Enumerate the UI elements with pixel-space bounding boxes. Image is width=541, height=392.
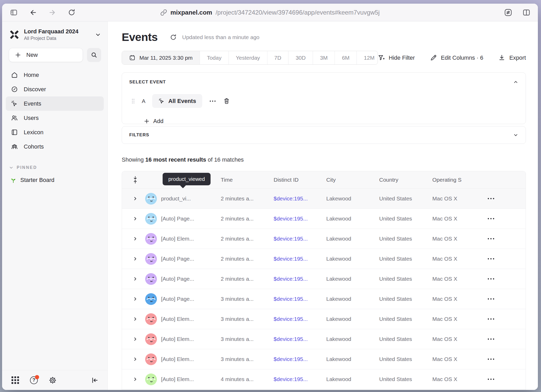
col-city[interactable]: City — [326, 177, 379, 183]
row-expander[interactable] — [122, 377, 141, 382]
all-events-pill[interactable]: All Events — [152, 94, 202, 108]
page-settings-icon[interactable] — [502, 7, 514, 18]
event-time: 2 minutes a... — [221, 276, 274, 282]
distinct-id-link[interactable]: $device:195... — [274, 236, 326, 242]
range-today[interactable]: Today — [200, 51, 229, 64]
row-more-icon[interactable] — [487, 217, 495, 220]
event-time: 3 minutes a... — [221, 316, 274, 322]
back-icon[interactable] — [27, 7, 39, 18]
settings-gear-icon[interactable] — [49, 376, 57, 384]
row-expander[interactable] — [122, 296, 141, 302]
event-name[interactable]: [Auto] Elem... — [161, 336, 221, 342]
row-more-icon[interactable] — [487, 358, 495, 360]
col-time[interactable]: Time — [221, 177, 274, 183]
drag-handle-icon[interactable] — [131, 98, 135, 104]
sidebar-item-starter-board[interactable]: Starter Board — [10, 177, 101, 183]
new-button[interactable]: New — [9, 48, 83, 62]
chevron-right-icon — [133, 256, 138, 261]
row-expander[interactable] — [122, 256, 141, 261]
page-title: Events — [122, 31, 158, 44]
sidebar-item-discover[interactable]: Discover — [6, 82, 104, 96]
trash-icon[interactable] — [223, 97, 230, 105]
row-expander[interactable] — [122, 276, 141, 281]
event-name[interactable]: [Auto] Elem... — [161, 376, 221, 382]
distinct-id-link[interactable]: $device:195... — [274, 276, 326, 282]
row-more-icon[interactable] — [487, 278, 495, 280]
event-name[interactable]: product_vi... — [161, 195, 221, 202]
sidebar-toggle-icon[interactable] — [8, 7, 20, 18]
row-avatar — [145, 213, 157, 225]
search-button[interactable] — [87, 48, 101, 62]
event-name[interactable]: [Auto] Elem... — [161, 356, 221, 362]
mixpanel-logo — [9, 29, 20, 40]
expand-panel-icon[interactable] — [513, 132, 518, 138]
forward-icon[interactable] — [47, 7, 58, 18]
event-time: 2 minutes a... — [221, 195, 274, 202]
row-expander[interactable] — [122, 196, 141, 201]
split-view-icon[interactable] — [521, 7, 532, 18]
col-distinct-id[interactable]: Distinct ID — [274, 177, 326, 183]
row-more-icon[interactable] — [487, 318, 495, 320]
add-event-button[interactable]: Add — [144, 118, 518, 125]
url-bar[interactable]: mixpanel.com/project/3472420/view/397469… — [160, 9, 380, 16]
distinct-id-link[interactable]: $device:195... — [274, 336, 326, 342]
row-expander[interactable] — [122, 216, 141, 221]
distinct-id-link[interactable]: $device:195... — [274, 376, 326, 382]
col-country[interactable]: Country — [379, 177, 432, 183]
event-time: 2 minutes a... — [221, 216, 274, 222]
range-6m[interactable]: 6M — [335, 51, 356, 64]
sidebar-item-home[interactable]: Home — [6, 68, 104, 82]
distinct-id-link[interactable]: $device:195... — [274, 216, 326, 222]
row-more-icon[interactable] — [487, 197, 495, 200]
event-name[interactable]: [Auto] Page... — [161, 216, 221, 222]
col-os[interactable]: Operating S — [432, 177, 491, 183]
event-name[interactable]: [Auto] Page... — [161, 256, 221, 262]
row-expander[interactable] — [122, 316, 141, 322]
row-expander[interactable] — [122, 357, 141, 362]
event-name[interactable]: [Auto] Elem... — [161, 316, 221, 322]
sidebar-item-lexicon[interactable]: Lexicon — [6, 125, 104, 139]
row-avatar — [145, 193, 157, 205]
help-icon[interactable]: ? — [30, 376, 38, 384]
row-more-icon[interactable] — [487, 298, 495, 300]
results-summary: Showing 16 most recent results of 16 mat… — [122, 156, 538, 163]
distinct-id-link[interactable]: $device:195... — [274, 256, 326, 262]
range-30d[interactable]: 30D — [288, 51, 313, 64]
edit-columns-button[interactable]: Edit Columns · 6 — [430, 54, 483, 61]
table-row: [Auto] Elem... 3 minutes a... $device:19… — [122, 329, 526, 349]
more-options-icon[interactable] — [209, 100, 216, 102]
row-more-icon[interactable] — [487, 338, 495, 340]
sort-icon[interactable] — [122, 176, 141, 184]
event-name[interactable]: [Auto] Elem... — [161, 236, 221, 242]
collapse-panel-icon[interactable] — [513, 79, 518, 85]
event-name[interactable]: [Auto] Page... — [161, 296, 221, 302]
apps-grid-icon[interactable] — [11, 376, 19, 384]
collapse-sidebar-icon[interactable] — [91, 376, 99, 384]
refresh-icon[interactable] — [170, 34, 177, 41]
date-picker[interactable]: Mar 11, 2025 3:30 pm — [122, 51, 200, 64]
row-more-icon[interactable] — [487, 378, 495, 381]
event-name[interactable]: [Auto] Page... — [161, 276, 221, 282]
row-expander[interactable] — [122, 336, 141, 342]
sidebar-item-label: Discover — [24, 86, 46, 93]
hide-filter-button[interactable]: Hide Filter — [378, 54, 415, 61]
distinct-id-link[interactable]: $device:195... — [274, 316, 326, 322]
distinct-id-link[interactable]: $device:195... — [274, 356, 326, 362]
row-more-icon[interactable] — [487, 237, 495, 240]
pinned-section-header[interactable]: PINNED — [9, 165, 101, 170]
reload-icon[interactable] — [66, 7, 77, 18]
range-yesterday[interactable]: Yesterday — [229, 51, 267, 64]
export-button[interactable]: Export — [498, 54, 526, 61]
sidebar-item-users[interactable]: Users — [6, 111, 104, 125]
sidebar-item-cohorts[interactable]: Cohorts — [6, 139, 104, 154]
range-7d[interactable]: 7D — [267, 51, 288, 64]
sidebar-item-events[interactable]: Events — [6, 96, 104, 111]
project-switcher[interactable]: Lord Farquaad 2024 All Project Data — [9, 28, 101, 41]
table-body: product_vi... 2 minutes a... $device:195… — [122, 189, 526, 390]
distinct-id-link[interactable]: $device:195... — [274, 296, 326, 302]
range-12m[interactable]: 12M — [356, 51, 378, 64]
row-expander[interactable] — [122, 236, 141, 241]
row-more-icon[interactable] — [487, 258, 495, 260]
range-3m[interactable]: 3M — [313, 51, 335, 64]
distinct-id-link[interactable]: $device:195... — [274, 195, 326, 202]
